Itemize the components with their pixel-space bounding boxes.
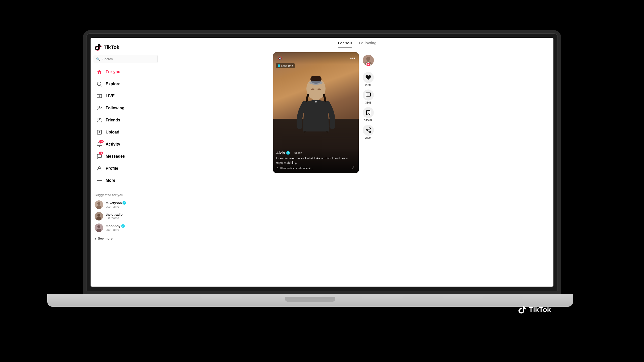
home-icon [96,69,103,75]
avatar-moonboy [95,223,103,232]
video-overlay-top: 🔇 ••• [273,52,359,64]
see-more-button[interactable]: ▾ See more [91,235,161,242]
verified-icon-miketyson: ✓ [123,201,126,205]
feed-tabs: For You Following [161,38,553,48]
nav-item-activity[interactable]: 29 Activity [92,139,159,150]
svg-point-10 [97,202,100,205]
comment-count: 3368 [365,101,371,104]
watermark-text: TikTok [529,306,551,314]
svg-point-20 [309,81,323,85]
svg-point-4 [98,118,100,120]
suggested-user-miketyson[interactable]: miketyson ✓ username [95,199,157,210]
nav-item-friends[interactable]: Friends [92,114,159,126]
tab-for-you[interactable]: For You [338,41,352,48]
chevron-down-icon: ▾ [95,237,96,240]
nav-label-for-you: For you [106,70,120,74]
sidebar-divider [95,189,157,189]
nav-label-explore: Explore [106,82,120,86]
share-button[interactable]: 2824 [363,125,374,139]
search-bar: 🔍 [94,55,158,63]
nav-item-for-you[interactable]: For you [92,66,159,78]
sidebar-logo-text: TikTok [104,44,119,50]
laptop-screen: TikTok 🔍 For you [91,38,553,287]
profile-icon [96,165,103,172]
nav-item-messages[interactable]: 9 Messages [92,151,159,162]
svg-point-26 [366,57,370,61]
svg-point-5 [100,119,101,120]
more-options-button[interactable]: ••• [350,56,356,61]
svg-point-24 [315,101,317,103]
svg-point-28 [369,128,371,129]
video-actions: + 2.2M [363,52,374,141]
svg-point-16 [97,225,100,228]
suggested-info-moonboy: moonboy ✓ username [106,224,125,232]
follow-plus-icon: + [366,62,371,66]
sidebar-logo[interactable]: TikTok [91,42,161,55]
music-note-icon: ♫ [276,166,278,170]
comment-button[interactable]: 3368 [363,89,374,104]
laptop-base [47,294,573,307]
feed-area: For You Following [161,38,553,287]
nav-item-upload[interactable]: Upload [92,126,159,138]
bookmark-icon [363,107,374,118]
tiktok-logo-icon [95,44,102,51]
search-input[interactable] [94,55,158,63]
more-icon: ••• [96,177,103,184]
nav-item-following[interactable]: Following [92,102,159,114]
nav-item-more[interactable]: ••• More [92,175,159,186]
location-tag: New York [276,63,295,68]
messages-badge: 9 [99,152,103,155]
search-icon: 🔍 [96,57,100,61]
upload-icon [96,129,103,135]
svg-point-3 [98,106,100,108]
laptop-bezel: TikTok 🔍 For you [83,30,561,294]
friends-icon [96,117,103,123]
verified-icon-video: ✓ [286,151,290,155]
nav-label-activity: Activity [106,142,120,147]
live-icon [96,93,103,99]
share-icon [363,125,374,136]
person-figure [291,76,341,157]
svg-line-31 [368,131,369,132]
avatar-thelotradio [95,212,103,220]
nav-item-profile[interactable]: Profile [92,163,159,174]
creator-avatar-button[interactable]: + [363,55,374,66]
sidebar: TikTok 🔍 For you [91,38,161,287]
video-card[interactable]: 🔇 ••• New York [273,52,359,173]
suggested-info-miketyson: miketyson ✓ username [106,201,126,208]
video-music: ♫ Ultra Instinct - adamdevit... [276,166,356,170]
app-container: TikTok 🔍 For you [91,38,553,287]
nav-label-messages: Messages [106,154,125,159]
laptop-wrapper: TikTok 🔍 For you [83,30,561,332]
nav-item-explore[interactable]: Explore [92,78,159,90]
verified-icon-moonboy: ✓ [121,224,125,228]
share-count: 2824 [365,136,371,139]
svg-point-23 [317,88,321,90]
svg-line-1 [100,85,102,86]
svg-point-22 [311,88,314,90]
bookmark-button[interactable]: 145.6k [363,107,374,122]
video-overlay-bottom: Alvin ✓ · 4d ago I can discover more of … [273,148,359,173]
creator-avatar: + [363,55,374,66]
nav-label-friends: Friends [106,118,120,122]
nav-label-profile: Profile [106,166,118,171]
video-container: 🔇 ••• New York [269,48,445,177]
explore-icon [96,81,103,87]
suggested-info-thelotradio: thelotradio username [106,213,123,220]
bookmark-count: 145.6k [364,119,373,122]
svg-point-30 [369,131,371,133]
video-time: · [291,151,292,154]
like-count: 2.2M [365,83,371,86]
following-icon [96,105,103,111]
nav-item-live[interactable]: LIVE [92,90,159,102]
expand-button[interactable]: ⤢ [350,164,356,170]
heart-icon [363,72,374,83]
like-button[interactable]: 2.2M [363,72,374,86]
suggested-user-moonboy[interactable]: moonboy ✓ username [95,222,157,234]
mute-button[interactable]: 🔇 [276,55,283,62]
svg-point-29 [366,129,368,131]
suggested-user-thelotradio[interactable]: thelotradio username [95,210,157,222]
suggested-section: Suggested for you miketyson ✓ username [91,191,161,235]
tab-following[interactable]: Following [359,41,377,48]
comment-icon [363,89,374,101]
